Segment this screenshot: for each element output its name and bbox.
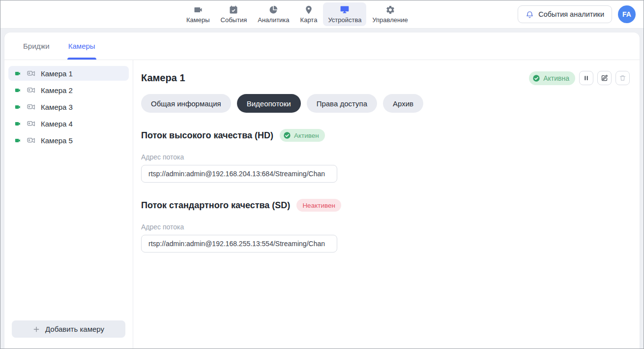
- camera-list-sidebar: Камера 1 Камера 2 Камера 3: [4, 60, 133, 349]
- title-actions: Активна: [529, 71, 630, 85]
- nav-item-management[interactable]: Управление: [367, 2, 412, 26]
- camera-list-item[interactable]: Камера 3: [8, 99, 129, 114]
- camera-section-tabs: Общая информация Видеопотоки Права досту…: [141, 94, 630, 113]
- analytics-events-button[interactable]: События аналитики: [518, 5, 612, 23]
- tab-bridges[interactable]: Бриджи: [23, 32, 50, 60]
- camera-list-item[interactable]: Камера 5: [8, 133, 129, 148]
- title-row: Камера 1 Активна: [141, 71, 630, 85]
- monitor-icon: [340, 5, 350, 15]
- nav-item-devices[interactable]: Устройства: [323, 2, 366, 26]
- camera-name: Камера 2: [41, 86, 73, 95]
- topbar: Камеры События Аналитика Карта Устройств…: [0, 0, 644, 29]
- pie-chart-icon: [268, 5, 278, 15]
- trash-icon: [619, 74, 626, 82]
- nav-label: Управление: [372, 16, 408, 24]
- calendar-check-icon: [229, 5, 238, 15]
- add-camera-label: Добавить камеру: [45, 325, 104, 333]
- camera-list-item[interactable]: Камера 4: [8, 116, 129, 131]
- analytics-events-label: События аналитики: [538, 10, 604, 18]
- sd-stream-title: Поток стандартного качества (SD): [141, 200, 290, 211]
- check-circle-icon: [283, 131, 291, 139]
- bell-icon: [526, 10, 534, 19]
- pause-camera-button[interactable]: [579, 71, 593, 85]
- tab-cameras[interactable]: Камеры: [68, 32, 95, 60]
- section-head: Поток высокого качества (HD) Активен: [141, 129, 630, 142]
- camera-online-icon: [14, 103, 22, 111]
- topbar-right: События аналитики FA: [518, 5, 636, 23]
- nav-label: Аналитика: [258, 16, 289, 24]
- nav-label: Камеры: [186, 16, 210, 24]
- avatar[interactable]: FA: [618, 5, 636, 23]
- main-nav: Камеры События Аналитика Карта Устройств…: [181, 2, 413, 26]
- camera-device-icon: [27, 119, 36, 128]
- sd-stream-status-badge: Неактивен: [296, 199, 341, 212]
- edit-icon: [601, 74, 608, 82]
- nav-label: Устройства: [328, 16, 361, 24]
- sd-stream-address-label: Адрес потока: [141, 223, 630, 231]
- hd-stream-status-badge: Активен: [280, 129, 325, 142]
- camera-detail-panel: Камера 1 Активна: [133, 60, 640, 349]
- sd-stream-section: Поток стандартного качества (SD) Неактив…: [141, 199, 630, 253]
- nav-item-cameras[interactable]: Камеры: [181, 2, 215, 26]
- add-camera-button[interactable]: Добавить камеру: [12, 320, 125, 338]
- camera-online-icon: [14, 70, 22, 77]
- nav-item-analytics[interactable]: Аналитика: [253, 2, 294, 26]
- map-pin-icon: [304, 5, 314, 15]
- page-title: Камера 1: [141, 72, 185, 84]
- device-type-tabs: Бриджи Камеры: [4, 32, 640, 60]
- nav-item-events[interactable]: События: [216, 2, 252, 26]
- camera-status-label: Активна: [543, 74, 569, 82]
- camera-list-item[interactable]: Камера 2: [8, 83, 129, 97]
- camera-name: Камера 3: [41, 103, 73, 111]
- sd-stream-address-input[interactable]: [141, 235, 337, 253]
- edit-camera-button[interactable]: [597, 71, 612, 85]
- video-camera-icon: [193, 5, 203, 15]
- tab-archive[interactable]: Архив: [383, 94, 423, 113]
- camera-online-icon: [14, 137, 22, 144]
- devices-card: Бриджи Камеры Камера 1 Ка: [4, 32, 640, 349]
- content: Камера 1 Камера 2 Камера 3: [4, 60, 640, 349]
- nav-item-map[interactable]: Карта: [295, 2, 322, 26]
- app-window: { "header": { "nav": [ { "label": "Камер…: [0, 0, 644, 349]
- sd-stream-status-label: Неактивен: [302, 202, 335, 209]
- plus-icon: [33, 326, 40, 333]
- camera-online-icon: [14, 120, 22, 127]
- nav-label: Карта: [300, 16, 318, 24]
- delete-camera-button[interactable]: [615, 71, 630, 85]
- hd-stream-address-input[interactable]: [141, 165, 337, 183]
- hd-stream-status-label: Активен: [294, 132, 319, 139]
- tab-access-rights[interactable]: Права доступа: [307, 94, 377, 113]
- camera-status-badge: Активна: [529, 71, 575, 85]
- nav-label: События: [221, 16, 247, 24]
- hd-stream-title: Поток высокого качества (HD): [141, 130, 273, 141]
- camera-online-icon: [14, 87, 22, 94]
- tab-video-streams[interactable]: Видеопотоки: [237, 94, 301, 113]
- camera-name: Камера 5: [41, 136, 73, 145]
- check-circle-icon: [532, 74, 540, 82]
- camera-device-icon: [27, 136, 36, 145]
- hd-stream-section: Поток высокого качества (HD) Активен Адр…: [141, 129, 630, 183]
- tab-general-info[interactable]: Общая информация: [141, 94, 231, 113]
- pause-icon: [583, 74, 590, 82]
- hd-stream-address-label: Адрес потока: [141, 153, 630, 161]
- camera-device-icon: [27, 102, 36, 112]
- gear-icon: [385, 5, 395, 15]
- section-head: Поток стандартного качества (SD) Неактив…: [141, 199, 630, 212]
- camera-name: Камера 1: [41, 69, 73, 78]
- camera-device-icon: [27, 86, 36, 95]
- camera-list-item[interactable]: Камера 1: [8, 66, 129, 81]
- camera-device-icon: [27, 69, 36, 78]
- camera-name: Камера 4: [41, 120, 73, 128]
